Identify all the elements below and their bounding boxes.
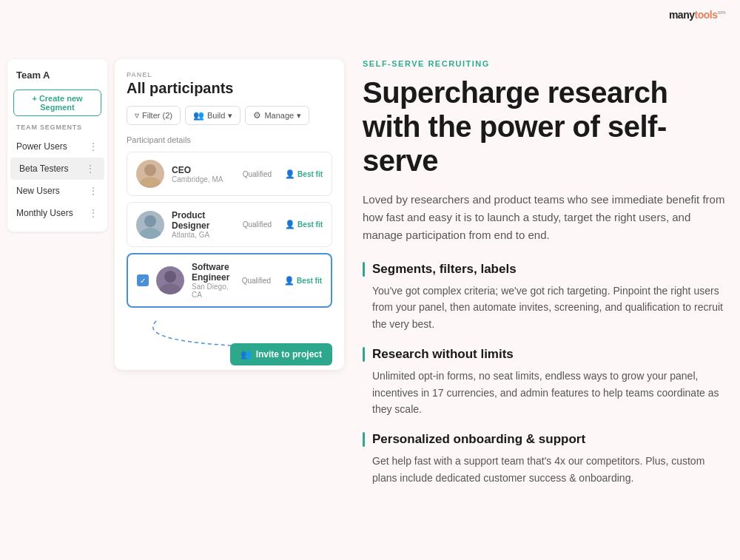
dots-icon: ⋮ (85, 163, 95, 175)
participant-details-label: Participant details (127, 135, 332, 144)
best-fit-badge: 👤 Best fit (285, 220, 323, 229)
feature-research: Research without limits Unlimited opt-in… (363, 347, 725, 417)
feature-title-segments: Segments, filters, labels (363, 262, 725, 277)
dots-icon: ⋮ (88, 185, 98, 197)
avatar (136, 160, 164, 188)
feature-title-onboarding: Personalized onboarding & support (363, 432, 725, 447)
svg-point-2 (144, 215, 156, 227)
people-icon: 👥 (193, 110, 204, 121)
participant-card: CEO Cambridge, MA Qualified 👤 Best fit (127, 152, 332, 196)
chevron-down-icon: ▾ (297, 111, 301, 121)
participant-card: Product Designer Atlanta, GA Qualified 👤… (127, 202, 332, 247)
dots-icon: ⋮ (88, 207, 98, 219)
qualified-badge: Qualified (242, 277, 271, 285)
participant-card-selected: ✓ Software Engineer San Diego, CA Qualif… (127, 253, 332, 308)
svg-point-3 (140, 228, 161, 239)
main-headline: Supercharge research with the power of s… (363, 75, 725, 178)
svg-point-0 (144, 164, 156, 176)
build-button[interactable]: 👥 Build ▾ (185, 106, 240, 125)
manage-button[interactable]: ⚙ Manage ▾ (245, 106, 309, 125)
sidebar-item-new-users[interactable]: New Users ⋮ (7, 180, 107, 202)
participant-info: CEO Cambridge, MA (172, 165, 235, 183)
person-icon: 👤 (284, 276, 295, 286)
participant-info: Software Engineer San Diego, CA (192, 262, 235, 299)
feature-title-research: Research without limits (363, 347, 725, 362)
invite-to-project-button[interactable]: 👥 Invite to project (230, 343, 332, 365)
panel-label: PANEL (127, 71, 332, 78)
avatar (136, 211, 164, 239)
create-segment-button[interactable]: + Create new Segment (13, 90, 101, 116)
qualified-badge: Qualified (243, 220, 272, 229)
checkbox[interactable]: ✓ (137, 274, 149, 286)
filter-icon: ▿ (135, 110, 139, 121)
filter-button[interactable]: ▿ Filter (2) (127, 106, 181, 125)
feature-desc-onboarding: Get help fast with a support team that's… (363, 453, 725, 486)
best-fit-badge: 👤 Best fit (284, 276, 322, 286)
logo: manytoolssm (669, 9, 725, 21)
participant-info: Product Designer Atlanta, GA (172, 210, 235, 239)
sidebar-item-beta-testers[interactable]: Beta Testers ⋮ (10, 158, 104, 180)
right-content: SELF-SERVE RECRUITING Supercharge resear… (363, 59, 725, 501)
feature-onboarding: Personalized onboarding & support Get he… (363, 432, 725, 486)
avatar (156, 266, 184, 294)
intro-text: Loved by researchers and product teams w… (363, 191, 725, 244)
main-panel: PANEL All participants ▿ Filter (2) 👥 Bu… (115, 59, 344, 370)
gear-icon: ⚙ (253, 110, 261, 121)
best-fit-badge: 👤 Best fit (285, 169, 323, 179)
svg-point-5 (160, 283, 181, 294)
chevron-down-icon: ▾ (228, 111, 232, 121)
section-label: SELF-SERVE RECRUITING (363, 59, 725, 68)
qualified-badge: Qualified (243, 170, 272, 178)
person-icon: 👤 (285, 169, 295, 179)
topbar: manytoolssm (669, 9, 725, 21)
check-icon: ✓ (140, 277, 146, 285)
svg-point-4 (164, 271, 176, 283)
sidebar-item-monthly-users[interactable]: Monthly Users ⋮ (7, 202, 107, 224)
toolbar: ▿ Filter (2) 👥 Build ▾ ⚙ Manage ▾ (127, 106, 332, 125)
dots-icon: ⋮ (88, 141, 98, 152)
feature-desc-segments: You've got complex criteria; we've got r… (363, 283, 725, 332)
svg-point-1 (140, 177, 161, 188)
feature-desc-research: Unlimited opt-in forms, no seat limits, … (363, 368, 725, 417)
sidebar-item-power-users[interactable]: Power Users ⋮ (7, 135, 107, 158)
person-icon: 👤 (285, 220, 295, 229)
feature-segments: Segments, filters, labels You've got com… (363, 262, 725, 332)
left-panel: Team A + Create new Segment TEAM SEGMENT… (7, 59, 107, 232)
team-name: Team A (7, 67, 107, 87)
panel-title: All participants (127, 80, 332, 97)
people-icon: 👥 (240, 349, 252, 360)
team-segments-label: TEAM SEGMENTS (7, 124, 107, 135)
